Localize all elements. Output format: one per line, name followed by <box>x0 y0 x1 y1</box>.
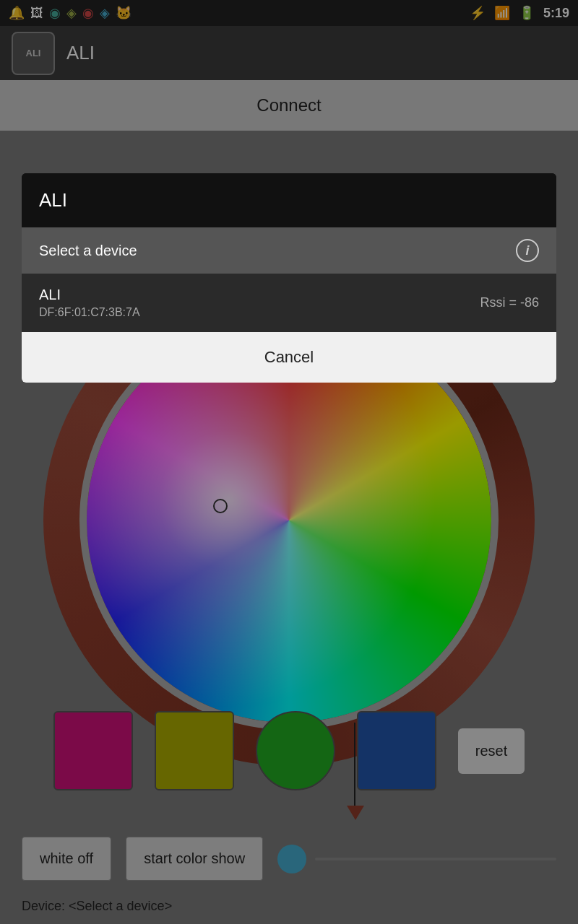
dialog-header: Select a device i <box>22 227 556 274</box>
device-selection-dialog: ALI Select a device i ALI DF:6F:01:C7:3B… <box>22 173 556 383</box>
device-name: ALI <box>39 287 140 303</box>
dialog-title: ALI <box>22 173 556 227</box>
select-device-label: Select a device <box>39 243 137 259</box>
device-list-item[interactable]: ALI DF:6F:01:C7:3B:7A Rssi = -86 <box>22 274 556 332</box>
cancel-button[interactable]: Cancel <box>22 332 556 383</box>
device-rssi: Rssi = -86 <box>480 295 539 310</box>
device-mac: DF:6F:01:C7:3B:7A <box>39 306 140 319</box>
dialog-overlay: ALI Select a device i ALI DF:6F:01:C7:3B… <box>0 0 578 924</box>
device-info: ALI DF:6F:01:C7:3B:7A <box>39 287 140 319</box>
info-icon[interactable]: i <box>516 239 539 262</box>
